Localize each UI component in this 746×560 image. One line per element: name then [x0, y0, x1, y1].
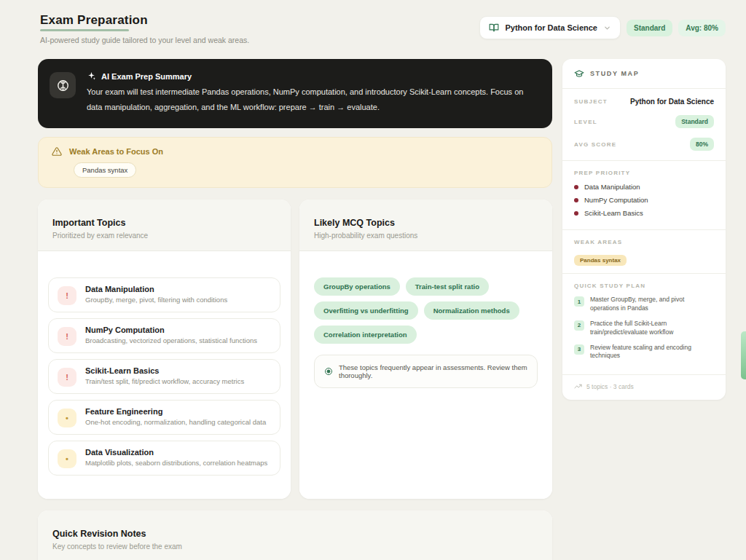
- mcq-topics-body: GroupBy operations Train-test split rati…: [299, 251, 552, 499]
- study-map-footer: 5 topics · 3 cards: [562, 374, 726, 400]
- step-text: Review feature scaling and encoding tech…: [590, 344, 714, 361]
- priority-high-icon: !: [58, 327, 76, 346]
- study-plan-label: QUICK STUDY PLAN: [574, 283, 714, 289]
- ai-summary-title: AI Exam Prep Summary: [101, 72, 192, 81]
- prep-priority-label: PREP PRIORITY: [574, 170, 714, 176]
- step-number: 2: [574, 320, 584, 331]
- prep-priority-section: PREP PRIORITY Data Manipulation NumPy Co…: [562, 161, 726, 229]
- mcq-chip[interactable]: GroupBy operations: [314, 277, 400, 296]
- weak-areas-banner: Weak Areas to Focus On Pandas syntax: [38, 137, 552, 188]
- subject-label: SUBJECT: [574, 98, 608, 105]
- study-map-title: STUDY MAP: [590, 70, 639, 77]
- topic-item[interactable]: ! Scikit-Learn Basics Train/test split, …: [48, 359, 280, 394]
- warning-triangle-icon: [52, 146, 62, 157]
- avg-score-value-badge: 80%: [690, 138, 714, 151]
- book-open-icon: [489, 23, 499, 33]
- page-subtitle: AI-powered study guide tailored to your …: [40, 36, 249, 44]
- topic-title: Scikit-Learn Basics: [85, 366, 244, 375]
- brain-icon: [50, 72, 76, 98]
- study-map-card: STUDY MAP SUBJECT Python for Data Scienc…: [562, 59, 726, 400]
- bullet-icon: [574, 185, 578, 189]
- important-topics-card: Important Topics Prioritized by exam rel…: [38, 200, 291, 499]
- step-number: 1: [574, 296, 584, 307]
- quick-revision-card: Quick Revision Notes Key concepts to rev…: [38, 510, 552, 560]
- study-map-header: STUDY MAP: [562, 59, 726, 89]
- mcq-topics-header: Likely MCQ Topics High-probability exam …: [299, 200, 552, 251]
- mcq-chip[interactable]: Normalization methods: [424, 301, 519, 320]
- priority-high-icon: !: [58, 286, 76, 305]
- prep-priority-text: NumPy Computation: [584, 196, 648, 204]
- topic-title: Data Visualization: [85, 448, 267, 457]
- prep-priority-item: NumPy Computation: [574, 196, 714, 204]
- topic-item[interactable]: • Feature Engineering One-hot encoding, …: [48, 400, 280, 435]
- mcq-chips: GroupBy operations Train-test split rati…: [310, 277, 542, 344]
- mcq-chip[interactable]: Overfitting vs underfitting: [314, 301, 418, 320]
- edge-peek-button[interactable]: [741, 331, 746, 379]
- step-text: Master GroupBy, merge, and pivot operati…: [590, 296, 714, 313]
- avg-score-badge: Avg: 80%: [678, 20, 726, 36]
- study-plan-section: QUICK STUDY PLAN 1 Master GroupBy, merge…: [562, 274, 726, 374]
- study-plan-step: 1 Master GroupBy, merge, and pivot opera…: [574, 296, 714, 313]
- prep-priority-text: Data Manipulation: [584, 183, 640, 191]
- mcq-topics-card: Likely MCQ Topics High-probability exam …: [299, 200, 552, 499]
- target-icon: [324, 367, 333, 376]
- important-topics-title: Important Topics: [52, 218, 276, 228]
- content-column: AI Exam Prep Summary Your exam will test…: [38, 59, 552, 560]
- topic-desc: Train/test split, fit/predict workflow, …: [85, 377, 244, 385]
- weak-areas-title: Weak Areas to Focus On: [69, 147, 163, 156]
- weak-area-chip: Pandas syntax: [74, 162, 136, 178]
- topic-title: Feature Engineering: [85, 407, 266, 416]
- study-plan-step: 3 Review feature scaling and encoding te…: [574, 344, 714, 361]
- main-layout: AI Exam Prep Summary Your exam will test…: [0, 44, 746, 560]
- cards-row: Important Topics Prioritized by exam rel…: [38, 200, 552, 499]
- avg-score-label: AVG SCORE: [574, 141, 616, 148]
- topic-item[interactable]: ! NumPy Computation Broadcasting, vector…: [48, 318, 280, 353]
- priority-high-icon: !: [58, 368, 76, 387]
- prep-priority-text: Scikit-Learn Basics: [584, 209, 643, 217]
- course-selector-label: Python for Data Science: [505, 23, 597, 32]
- sparkles-icon: [87, 71, 96, 81]
- quick-revision-header: Quick Revision Notes Key concepts to rev…: [38, 510, 552, 560]
- bullet-icon: [574, 211, 578, 216]
- page-header: Exam Preparation AI-powered study guide …: [0, 0, 746, 44]
- sidebar-column: STUDY MAP SUBJECT Python for Data Scienc…: [562, 59, 726, 400]
- graduation-cap-icon: [574, 68, 584, 79]
- title-block: Exam Preparation AI-powered study guide …: [40, 13, 249, 44]
- mcq-chip[interactable]: Train-test split ratio: [406, 277, 489, 296]
- prep-priority-item: Data Manipulation: [574, 183, 714, 191]
- quick-revision-title: Quick Revision Notes: [52, 529, 538, 539]
- study-plan-step: 2 Practice the full Scikit-Learn train/p…: [574, 320, 714, 337]
- page-title: Exam Preparation: [40, 13, 249, 28]
- important-topics-subtitle: Prioritized by exam relevance: [52, 232, 276, 240]
- mcq-note: These topics frequently appear in assess…: [314, 355, 538, 388]
- topic-title: Data Manipulation: [85, 285, 227, 293]
- mcq-topics-subtitle: High-probability exam questions: [314, 232, 538, 240]
- prep-priority-item: Scikit-Learn Basics: [574, 209, 714, 217]
- chevron-down-icon: [603, 24, 611, 32]
- trending-up-icon: [574, 382, 582, 390]
- topic-item[interactable]: • Data Visualization Matplotlib plots, s…: [48, 441, 280, 476]
- study-map-stats: SUBJECT Python for Data Science LEVEL St…: [562, 89, 726, 160]
- quick-revision-subtitle: Key concepts to review before the exam: [52, 543, 538, 551]
- subject-value: Python for Data Science: [630, 98, 714, 106]
- bullet-icon: [574, 198, 578, 202]
- mcq-chip[interactable]: Correlation interpretation: [314, 326, 417, 344]
- important-topics-header: Important Topics Prioritized by exam rel…: [38, 200, 291, 251]
- title-underline: [40, 29, 129, 31]
- topic-desc: Matplotlib plots, seaborn distributions,…: [85, 459, 267, 467]
- topic-desc: Broadcasting, vectorized operations, sta…: [85, 336, 257, 344]
- course-selector[interactable]: Python for Data Science: [479, 16, 621, 39]
- topic-desc: One-hot encoding, normalization, handlin…: [85, 418, 266, 426]
- topic-title: NumPy Computation: [85, 326, 257, 334]
- topic-item[interactable]: ! Data Manipulation GroupBy, merge, pivo…: [48, 277, 280, 312]
- mcq-topics-title: Likely MCQ Topics: [314, 218, 538, 228]
- ai-summary-body: Your exam will test intermediate Pandas …: [87, 84, 538, 116]
- ai-summary-banner: AI Exam Prep Summary Your exam will test…: [38, 59, 552, 128]
- study-map-counts: 5 topics · 3 cards: [586, 383, 634, 390]
- weak-area-tag: Pandas syntax: [574, 255, 627, 266]
- level-value-badge: Standard: [675, 115, 714, 128]
- ai-summary-content: AI Exam Prep Summary Your exam will test…: [87, 70, 538, 116]
- step-number: 3: [574, 344, 584, 355]
- level-badge: Standard: [627, 20, 672, 36]
- priority-medium-icon: •: [58, 409, 76, 427]
